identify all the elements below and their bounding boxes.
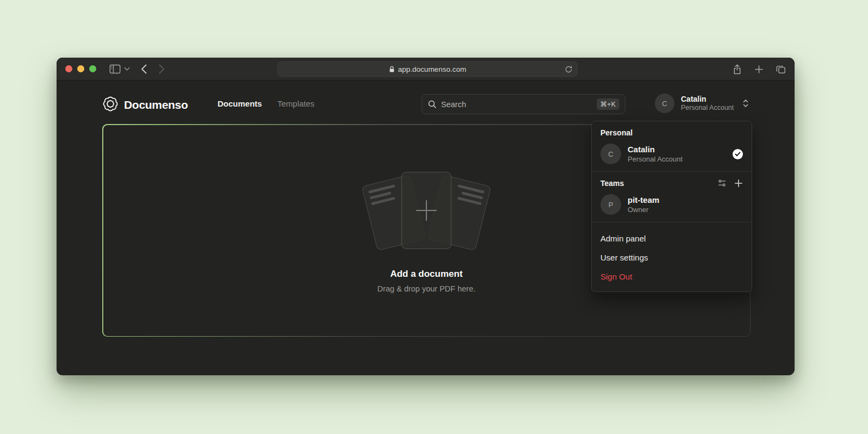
menu-divider	[592, 222, 752, 222]
brand[interactable]: Documenso	[102, 96, 188, 114]
forward-button-icon[interactable]	[159, 64, 165, 74]
dropzone-title: Add a document	[339, 269, 513, 280]
personal-account-type: Personal Account	[628, 155, 726, 164]
team-role: Owner	[628, 206, 743, 214]
reload-icon[interactable]	[565, 65, 573, 76]
dropzone-subtitle: Drag & drop your PDF here.	[339, 284, 513, 293]
teams-section-label: Teams	[600, 179, 624, 188]
nav-templates[interactable]: Templates	[277, 99, 314, 108]
avatar: C	[600, 144, 621, 164]
search-input[interactable]	[441, 100, 597, 109]
add-team-icon[interactable]	[734, 179, 743, 188]
team-item[interactable]: P pit-team Owner	[600, 194, 743, 215]
new-tab-plus-icon[interactable]	[754, 65, 764, 74]
chevron-up-down-icon	[742, 99, 749, 108]
personal-account-name: Catalin	[628, 145, 726, 154]
document-card-center	[401, 172, 451, 249]
zoom-window-button[interactable]	[89, 65, 96, 72]
tab-group-chevron-icon[interactable]	[124, 67, 130, 71]
menu-divider	[592, 171, 752, 172]
minimize-window-button[interactable]	[77, 65, 84, 72]
search-bar[interactable]: ⌘+K	[421, 94, 625, 114]
share-icon[interactable]	[733, 64, 742, 75]
plus-icon	[413, 197, 439, 224]
traffic-lights	[65, 65, 96, 72]
brand-name: Documenso	[124, 98, 188, 111]
tab-overview-icon[interactable]	[776, 65, 786, 74]
selected-check-icon	[733, 149, 743, 159]
lock-icon	[389, 66, 395, 73]
address-bar[interactable]: app.documenso.com	[277, 61, 578, 77]
team-name: pit-team	[628, 195, 743, 205]
desktop: app.documenso.com	[0, 0, 868, 434]
browser-titlebar: app.documenso.com	[57, 58, 795, 80]
search-shortcut-badge: ⌘+K	[597, 98, 619, 110]
close-window-button[interactable]	[65, 65, 72, 72]
menu-item-user-settings[interactable]: User settings	[592, 248, 752, 267]
account-type: Personal Account	[681, 104, 734, 112]
browser-window: app.documenso.com	[57, 58, 795, 375]
avatar: P	[600, 194, 621, 215]
empty-state: Add a document Drag & drop your PDF here…	[339, 171, 513, 293]
account-name: Catalin	[681, 95, 734, 104]
titlebar-right-actions	[733, 58, 786, 80]
document-stack-illustration	[363, 171, 489, 253]
url-text: app.documenso.com	[398, 65, 466, 73]
search-icon	[427, 100, 437, 109]
sidebar-toggle-icon[interactable]	[109, 64, 121, 74]
manage-teams-icon[interactable]	[717, 178, 727, 188]
nav-documents[interactable]: Documents	[218, 99, 262, 108]
menu-item-admin-panel[interactable]: Admin panel	[592, 229, 752, 248]
account-dropdown-menu: Personal C Catalin Personal Account	[591, 121, 752, 292]
menu-item-sign-out[interactable]: Sign Out	[592, 267, 752, 286]
account-menu-trigger[interactable]: C Catalin Personal Account	[655, 94, 749, 113]
avatar: C	[655, 94, 674, 113]
back-button-icon[interactable]	[141, 64, 147, 74]
personal-section-label: Personal	[600, 128, 743, 137]
documenso-logo-icon	[102, 96, 119, 114]
personal-account-item[interactable]: C Catalin Personal Account	[600, 144, 743, 164]
